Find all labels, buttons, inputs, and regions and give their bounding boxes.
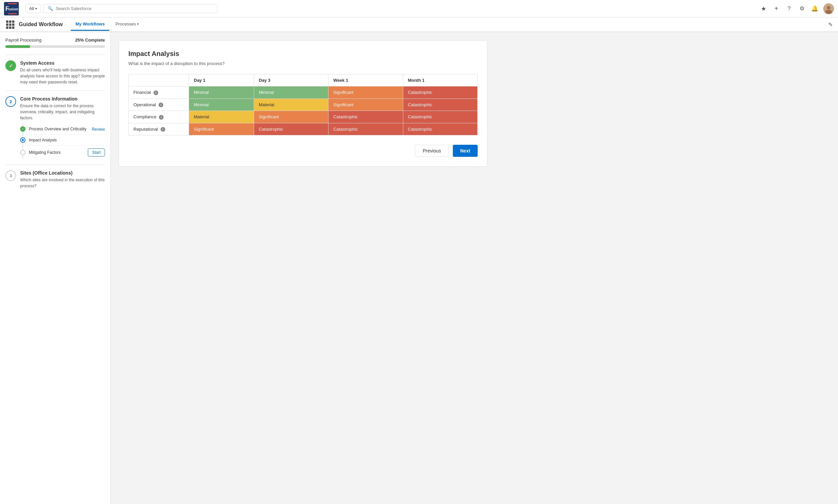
review-link[interactable]: Review [92, 127, 105, 132]
progress-section: Payroll Processing 25% Complete [5, 38, 105, 48]
impact-cell[interactable]: Significant [189, 123, 254, 136]
card-title: Impact Analysis [128, 50, 478, 58]
table-row: Financial iMinimalMinimalSignificantCata… [129, 87, 478, 99]
step-3-title: Sites (Office Locations) [20, 170, 105, 176]
impact-cell[interactable]: Material [254, 98, 328, 111]
impact-cell[interactable]: Significant [254, 111, 328, 123]
sub-step-process-overview: Process Overview and Criticality Review [20, 124, 105, 135]
impact-table: Day 1 Day 3 Week 1 Month 1 Financial iMi… [128, 74, 478, 136]
svg-point-6 [827, 6, 830, 10]
header-row: Day 1 Day 3 Week 1 Month 1 [129, 74, 478, 87]
step-3-description: Which sites are involved in the executio… [20, 177, 105, 189]
search-area: All ▾ 🔍 [25, 4, 755, 13]
fusion-logo[interactable]: F usion [4, 2, 19, 15]
plus-icon[interactable]: + [772, 5, 780, 13]
progress-header: Payroll Processing 25% Complete [5, 38, 105, 42]
divider-2 [5, 90, 105, 91]
help-icon[interactable]: ? [785, 5, 793, 13]
table-row: Compliance iMaterialSignificantCatastrop… [129, 111, 478, 123]
table-row: Reputational iSignificantCatastrophicCat… [129, 123, 478, 136]
chevron-down-icon: ▾ [137, 22, 139, 26]
impact-cell[interactable]: Catastrophic [403, 98, 477, 111]
impact-cell[interactable]: Catastrophic [403, 87, 477, 99]
impact-cell[interactable]: Catastrophic [328, 123, 403, 136]
divider-1 [5, 55, 105, 55]
col-header-month1: Month 1 [403, 74, 477, 87]
chevron-down-icon: ▾ [35, 7, 37, 11]
table-body: Financial iMinimalMinimalSignificantCata… [129, 87, 478, 136]
sub-step-mitigating-factors: Mitigating Factors Start [20, 146, 105, 159]
progress-percentage: 25% Complete [75, 38, 105, 42]
step-1-header: ✓ System Access Do all users who'll help… [5, 60, 105, 85]
sub-step-impact-analysis: Impact Analysis [20, 135, 105, 146]
step-1-circle: ✓ [5, 60, 16, 71]
sub-label-mitigating: Mitigating Factors [29, 150, 85, 155]
progress-label: Payroll Processing [5, 38, 41, 42]
info-icon[interactable]: i [154, 90, 158, 95]
tab-my-workflows[interactable]: My Workflows [71, 18, 109, 31]
category-cell-financial: Financial i [129, 87, 189, 99]
main-layout: Payroll Processing 25% Complete ✓ System… [0, 32, 838, 504]
impact-cell[interactable]: Minimal [254, 87, 328, 99]
step-2-header: 2 Core Process Information Ensure the da… [5, 96, 105, 121]
workflow-step-3: 3 Sites (Office Locations) Which sites a… [5, 170, 105, 189]
tab-processes[interactable]: Processes ▾ [111, 18, 143, 31]
checkmark-icon: ✓ [9, 63, 13, 68]
step-3-circle: 3 [5, 170, 16, 181]
search-filter-select[interactable]: All ▾ [25, 4, 40, 13]
category-cell-reputational: Reputational i [129, 123, 189, 136]
impact-cell[interactable]: Material [189, 111, 254, 123]
impact-cell[interactable]: Catastrophic [254, 123, 328, 136]
step-2-circle: 2 [5, 96, 16, 107]
nav-icons: ★ + ? ⚙ 🔔 [760, 3, 834, 14]
search-icon: 🔍 [48, 6, 53, 11]
col-header-week1: Week 1 [328, 74, 403, 87]
col-header-day3: Day 3 [254, 74, 328, 87]
table-row: Operational iMinimalMaterialSignificantC… [129, 98, 478, 111]
secondary-navigation: Guided Workflow My Workflows Processes ▾… [0, 17, 838, 32]
step-1-title: System Access [20, 60, 105, 66]
info-icon[interactable]: i [161, 127, 165, 132]
step-2-content: Core Process Information Ensure the data… [20, 96, 105, 121]
workflow-step-2: 2 Core Process Information Ensure the da… [5, 96, 105, 159]
apps-grid-icon[interactable] [5, 20, 15, 29]
start-button[interactable]: Start [88, 148, 105, 157]
info-icon[interactable]: i [159, 103, 163, 107]
impact-cell[interactable]: Catastrophic [403, 123, 477, 136]
impact-cell[interactable]: Minimal [189, 98, 254, 111]
svg-text:usion: usion [8, 7, 18, 11]
settings-icon[interactable]: ⚙ [798, 5, 806, 13]
impact-cell[interactable]: Significant [328, 87, 403, 99]
sub-dot-impact-analysis [20, 138, 25, 143]
impact-cell[interactable]: Catastrophic [328, 111, 403, 123]
favorites-icon[interactable]: ★ [760, 5, 768, 13]
impact-cell[interactable]: Minimal [189, 87, 254, 99]
impact-cell[interactable]: Significant [328, 98, 403, 111]
logo-area: F usion [4, 2, 19, 15]
edit-icon[interactable]: ✎ [828, 21, 833, 28]
info-icon[interactable]: i [159, 115, 164, 120]
impact-analysis-card: Impact Analysis What is the impact of a … [119, 40, 487, 166]
step-3-content: Sites (Office Locations) Which sites are… [20, 170, 105, 189]
search-input[interactable] [56, 6, 213, 11]
step-1-description: Do all users who'll help with business i… [20, 67, 105, 85]
impact-cell[interactable]: Catastrophic [403, 111, 477, 123]
divider-3 [5, 164, 105, 165]
search-box[interactable]: 🔍 [43, 4, 217, 13]
sidebar: Payroll Processing 25% Complete ✓ System… [0, 32, 111, 504]
category-cell-compliance: Compliance i [129, 111, 189, 123]
search-filter-label: All [29, 6, 34, 11]
user-avatar[interactable] [823, 3, 834, 14]
step-3-header: 3 Sites (Office Locations) Which sites a… [5, 170, 105, 189]
sub-steps: Process Overview and Criticality Review … [20, 124, 105, 159]
category-cell-operational: Operational i [129, 98, 189, 111]
sub-label-process-overview: Process Overview and Criticality [29, 127, 89, 131]
bell-icon[interactable]: 🔔 [810, 5, 819, 13]
col-header-category [129, 74, 189, 87]
card-subtitle: What is the impact of a disruption to th… [128, 61, 478, 66]
sub-action-review[interactable]: Review [92, 127, 105, 132]
top-navigation: F usion All ▾ 🔍 ★ + ? ⚙ 🔔 [0, 0, 838, 17]
next-button[interactable]: Next [453, 145, 478, 157]
progress-bar-background [5, 45, 105, 48]
previous-button[interactable]: Previous [415, 145, 448, 157]
